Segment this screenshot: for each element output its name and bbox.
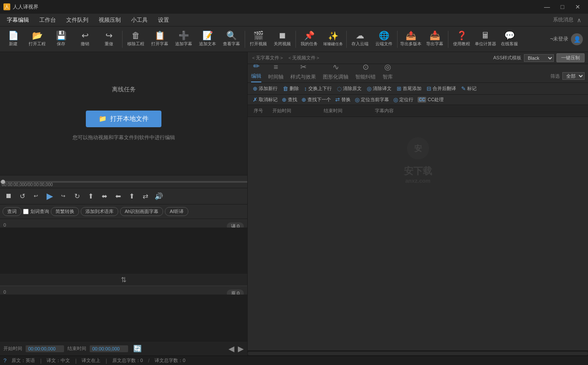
word-query-checkbox[interactable]: 划词查询 xyxy=(23,208,49,215)
locate-current-button[interactable]: ◎ 定位当前字幕 xyxy=(353,96,391,104)
swap-button[interactable]: ⇄ xyxy=(139,190,151,202)
menu-subtitle-edit[interactable]: 字幕编辑 xyxy=(2,15,34,26)
status-bar: ? 原文：英语 | 译文：中文 | 译文在上 | 原文总字数：0 / 译文总字数… xyxy=(0,356,588,365)
remove-project-button[interactable]: 🗑 移除工程 xyxy=(124,28,147,51)
user-text: ¬未登录 xyxy=(550,35,568,43)
style-template-label: ASS样式模板 xyxy=(493,55,521,61)
clear-translation-button[interactable]: ◎ 清除译文 xyxy=(365,85,393,93)
play-button[interactable]: ▶ xyxy=(44,190,56,202)
menu-settings[interactable]: 设置 xyxy=(153,15,174,26)
merge-translate-button[interactable]: ⊟ 合并后翻译 xyxy=(425,85,458,93)
horizontal-scrollbar[interactable] xyxy=(248,350,588,356)
tab-smart-fix[interactable]: ⊙ 智能纠错 xyxy=(355,62,376,82)
bottom-tools: 查词 划词查询 简繁转换 添加到术语库 Ah识别画面字幕 AI听译 xyxy=(0,204,247,219)
cloud-files-button[interactable]: 🌐 云端文件 xyxy=(372,28,395,51)
open-local-file-button[interactable]: 📁 打开本地文件 xyxy=(86,111,161,127)
export-subtitle-button[interactable]: 📥 导出字幕 xyxy=(423,28,446,51)
word-query-check[interactable] xyxy=(23,209,29,214)
replay-small-button[interactable]: ↺ xyxy=(16,190,28,202)
edit-tab-label: 编辑 xyxy=(251,73,261,80)
clear-original-button[interactable]: ◌ 清除原文 xyxy=(335,85,363,93)
view-subtitle-button[interactable]: 🔍 查看字幕 xyxy=(220,28,243,51)
ai-ocr-button[interactable]: Ah识别画面字幕 xyxy=(120,207,163,216)
add-row-button[interactable]: ⊕ 添加新行 xyxy=(251,85,279,93)
stop-button[interactable]: ⏹ xyxy=(3,190,15,202)
mark-button[interactable]: ✎ 标记 xyxy=(459,85,478,93)
toolbar-sep-1 xyxy=(122,31,123,48)
add-text-button[interactable]: 📝 追加文本 xyxy=(196,28,219,51)
new-button[interactable]: 📄 新建 xyxy=(2,28,25,51)
rewind-button[interactable]: ↩ xyxy=(30,190,42,202)
cancel-mark-button[interactable]: ✗ 取消标记 xyxy=(251,96,279,104)
filter-select[interactable]: 全部 xyxy=(562,72,585,80)
find-next-button[interactable]: ⊕ 查找下一个 xyxy=(300,96,333,104)
locate-row-label: 定位行 xyxy=(399,96,413,103)
menu-file-queue[interactable]: 文件队列 xyxy=(61,15,94,26)
save-cloud-button[interactable]: ☁ 存入云端 xyxy=(348,28,372,51)
mark-icon: ✎ xyxy=(461,85,466,92)
find-next-icon: ⊕ xyxy=(301,96,306,103)
add-subtitle-button[interactable]: ➕ 追加字幕 xyxy=(172,28,195,51)
close-button[interactable]: ✕ xyxy=(571,3,585,11)
export-multi-button[interactable]: 📤 导出多版本 xyxy=(399,28,422,51)
refresh-icon[interactable]: 🔄 xyxy=(133,345,142,353)
cc-process-button[interactable]: CC CC处理 xyxy=(416,96,445,104)
add-terminology-button[interactable]: 添加到术语库 xyxy=(81,207,118,216)
help-button[interactable]: ❓ 使用教程 xyxy=(450,28,473,51)
add-head-tail-button[interactable]: ⊞ 首尾添加 xyxy=(395,85,423,93)
save-button[interactable]: 💾 保存 xyxy=(50,28,73,51)
style-template-select[interactable]: Black xyxy=(524,54,554,62)
my-tasks-button[interactable]: 📌 我的任务 xyxy=(298,28,321,51)
swap-updown-button[interactable]: ↕ 交换上下行 xyxy=(302,85,333,93)
create-tasks-button[interactable]: ✨ 璀璨i建任务 xyxy=(322,28,345,51)
chat-button[interactable]: 💬 在线客服 xyxy=(498,28,521,51)
locate-row-button[interactable]: ◎ 定位行 xyxy=(392,96,415,104)
replace-button[interactable]: ⇄ 替换 xyxy=(333,96,352,104)
open-subtitle-button[interactable]: 📋 打开字幕 xyxy=(148,28,171,51)
maximize-button[interactable]: □ xyxy=(556,3,569,11)
forward-small-button[interactable]: ↻ xyxy=(71,190,83,202)
open-project-button[interactable]: 📂 打开工程 xyxy=(26,28,49,51)
tab-timeline[interactable]: ≡ 时间轴 xyxy=(268,63,284,82)
adjust-up-button[interactable]: ⬆ xyxy=(85,190,97,202)
adjust-full-button[interactable]: ⬆ xyxy=(126,190,137,202)
style-tab-icon: ✂ xyxy=(300,62,307,72)
next-sub-button[interactable]: ▶ xyxy=(238,344,244,353)
timeline-area[interactable]: 00:00:00,000/00:00:00,000 xyxy=(0,175,247,188)
menu-video-compress[interactable]: 视频压制 xyxy=(94,15,126,26)
tab-edit[interactable]: ✏ 编辑 xyxy=(251,61,261,82)
toolbar-sep-6 xyxy=(448,31,448,48)
swap-arrow-icon[interactable]: ⇅ xyxy=(121,276,126,284)
user-area[interactable]: ¬未登录 👤 xyxy=(550,33,583,45)
system-msg-collapse[interactable]: ∧ xyxy=(577,17,581,23)
playback-controls: ⏹ ↺ ↩ ▶ ↪ ↻ ⬆ ⬌ ⬅ ⬆ ⇄ 🔊 xyxy=(0,188,247,204)
redo-label: 重做 xyxy=(105,41,113,47)
one-key-compress-button[interactable]: 一键压制 xyxy=(556,53,585,62)
simplified-traditional-button[interactable]: 简繁转换 xyxy=(51,207,79,216)
undo-button[interactable]: ↩ 撤销 xyxy=(73,28,97,51)
open-video-button[interactable]: 🎬 打开视频 xyxy=(247,28,270,51)
menu-tools[interactable]: 小工具 xyxy=(126,15,153,26)
close-video-button[interactable]: ⏹ 关闭视频 xyxy=(271,28,294,51)
adjust-center-button[interactable]: ⬌ xyxy=(98,190,110,202)
open-icon: 📂 xyxy=(32,31,43,40)
tab-library[interactable]: ◎ 智库 xyxy=(383,62,393,82)
end-time-input[interactable] xyxy=(90,345,128,352)
add-row-label: 添加新行 xyxy=(259,85,278,92)
adjust-left-button[interactable]: ⬅ xyxy=(112,190,124,202)
prev-sub-button[interactable]: ◀ xyxy=(228,344,234,353)
redo-button[interactable]: ↪ 重做 xyxy=(97,28,120,51)
start-time-input[interactable] xyxy=(26,345,64,352)
toolbar-sep-5 xyxy=(397,31,398,48)
delete-button[interactable]: 🗑 删除 xyxy=(281,85,301,93)
calculator-button[interactable]: 🖩 单位计算器 xyxy=(474,28,497,51)
minimize-button[interactable]: — xyxy=(540,3,554,11)
volume-button[interactable]: 🔊 xyxy=(153,190,165,202)
ai-transcribe-button[interactable]: AI听译 xyxy=(165,207,188,216)
tab-style-effect[interactable]: ✂ 样式与效果 xyxy=(290,62,316,82)
find-button[interactable]: ⊕ 查找 xyxy=(280,96,299,104)
tab-graphic-axis[interactable]: ∿ 图形化调轴 xyxy=(323,62,348,82)
lookup-word-button[interactable]: 查词 xyxy=(3,207,21,216)
forward-button[interactable]: ↪ xyxy=(57,190,69,202)
menu-workbench[interactable]: 工作台 xyxy=(34,15,61,26)
